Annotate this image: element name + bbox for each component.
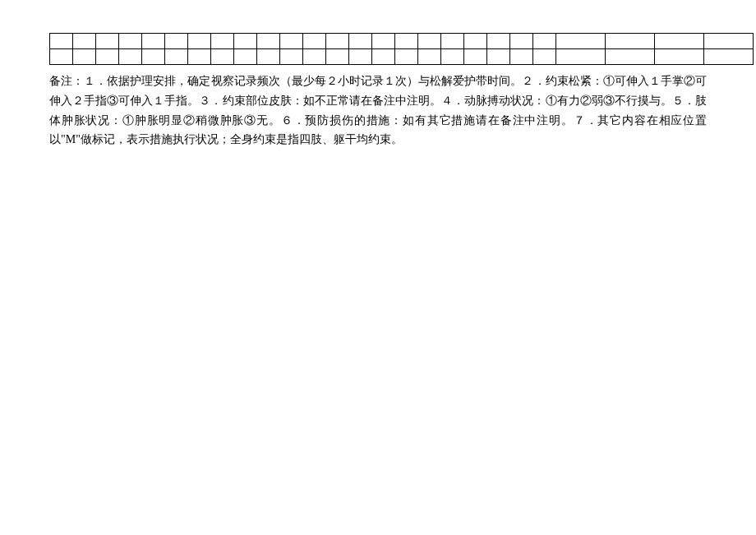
table-cell: [372, 49, 395, 65]
table-cell: [655, 49, 704, 65]
table-cell: [234, 34, 257, 49]
table-cell: [303, 34, 326, 49]
table-cell: [257, 49, 280, 65]
table-cell: [655, 34, 704, 49]
table-row: [50, 49, 754, 65]
table-cell: [188, 34, 211, 49]
table-cell: [280, 34, 303, 49]
table-cell: [119, 49, 142, 65]
table-cell: [349, 34, 372, 49]
table-cell: [50, 34, 73, 49]
table-cell: [487, 49, 510, 65]
table-cell: [556, 49, 606, 65]
table-cell: [96, 34, 119, 49]
table-cell: [165, 49, 188, 65]
table-cell: [441, 49, 464, 65]
table-cell: [50, 49, 73, 65]
table-cell: [372, 34, 395, 49]
table-cell: [349, 49, 372, 65]
table-cell: [280, 49, 303, 65]
table-cell: [510, 49, 533, 65]
notes-paragraph: 备注：１．依据护理安排，确定视察记录频次（最少每２小时记录１次）与松解爱护带时间…: [49, 71, 707, 150]
table-cell: [257, 34, 280, 49]
table-cell: [303, 49, 326, 65]
table-cell: [704, 49, 754, 65]
table-cell: [704, 34, 754, 49]
table-cell: [119, 34, 142, 49]
table-cell: [73, 49, 96, 65]
table-cell: [441, 34, 464, 49]
table-cell: [464, 49, 487, 65]
table-cell: [395, 49, 418, 65]
table-cell: [142, 34, 165, 49]
table-cell: [556, 34, 606, 49]
table-cell: [606, 34, 655, 49]
table-cell: [211, 34, 234, 49]
table-cell: [533, 49, 556, 65]
table-cell: [418, 34, 441, 49]
blank-grid-table: [49, 33, 707, 65]
table-row: [50, 34, 754, 49]
table-cell: [464, 34, 487, 49]
notes-content: １．依据护理安排，确定视察记录频次（最少每２小时记录１次）与松解爱护带时间。２．…: [49, 75, 707, 145]
table-cell: [96, 49, 119, 65]
table-cell: [142, 49, 165, 65]
table-cell: [234, 49, 257, 65]
table-cell: [606, 49, 655, 65]
table-cell: [326, 49, 349, 65]
table-cell: [165, 34, 188, 49]
table-cell: [326, 34, 349, 49]
grid-table: [49, 33, 754, 65]
table-cell: [487, 34, 510, 49]
table-cell: [418, 49, 441, 65]
notes-prefix: 备注：: [49, 75, 84, 87]
table-cell: [211, 49, 234, 65]
table-cell: [73, 34, 96, 49]
table-cell: [510, 34, 533, 49]
table-cell: [188, 49, 211, 65]
table-cell: [395, 34, 418, 49]
table-cell: [533, 34, 556, 49]
